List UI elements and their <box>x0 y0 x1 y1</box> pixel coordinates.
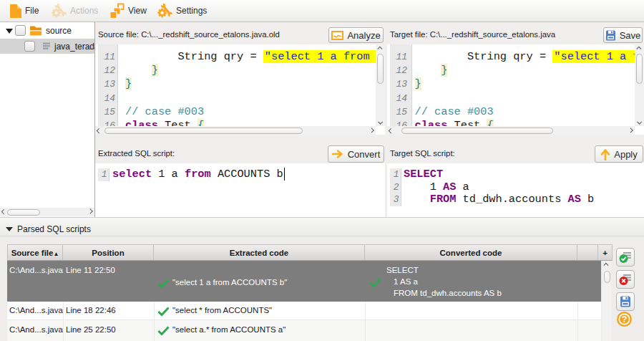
svg-text:?: ? <box>622 314 628 325</box>
